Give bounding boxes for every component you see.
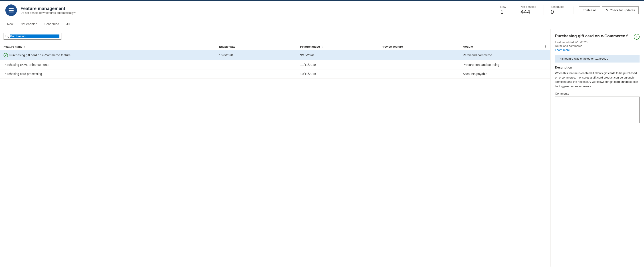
th-enable-date-label: Enable date [219, 45, 235, 48]
header: Feature management Do not enable new fea… [0, 1, 644, 19]
stat-scheduled-label: Scheduled [550, 5, 564, 8]
check-updates-label: Check for updates [610, 8, 635, 12]
feature-table: Feature name ↑ Enable date Feature added… [0, 43, 550, 78]
stat-not-enabled-label: Not enabled [520, 5, 536, 8]
cell-feature-name: Purchasing cXML enhancements [0, 60, 216, 70]
header-actions: Enable all ↻ Check for updates [573, 6, 639, 14]
cell-preview-feature [378, 70, 459, 78]
search-input[interactable] [10, 34, 60, 38]
th-feature-name[interactable]: Feature name ↑ [0, 43, 216, 50]
subtitle-dropdown[interactable]: Do not enable new features automatically… [20, 11, 493, 14]
stat-scheduled: Scheduled 0 [543, 5, 571, 15]
comments-textarea[interactable] [555, 96, 640, 123]
header-title-group: Feature management Do not enable new fea… [20, 6, 493, 14]
tab-bar: New Not enabled Scheduled All [0, 19, 644, 29]
cell-feature-name: ✓ Purchasing gift card on e-Commerce fea… [0, 50, 216, 60]
comments-label: Comments [555, 92, 640, 95]
table-row[interactable]: ✓ Purchasing gift card on e-Commerce fea… [0, 50, 550, 60]
detail-enabled-icon: ✓ [634, 34, 640, 40]
cell-enable-date: 10/8/2020 [216, 50, 297, 60]
sort-asc-icon: ↑ [24, 46, 25, 48]
th-feature-name-label: Feature name [4, 45, 22, 48]
svg-rect-2 [9, 12, 14, 12]
check-updates-button[interactable]: ↻ Check for updates [602, 6, 639, 14]
cell-preview-feature [378, 60, 459, 70]
subtitle-text: Do not enable new features automatically [20, 11, 74, 14]
page-title: Feature management [20, 6, 493, 11]
cell-more [540, 60, 550, 70]
svg-rect-1 [9, 10, 14, 10]
description-text: When this feature is enabled it allows g… [555, 71, 640, 88]
chevron-down-icon: ▾ [74, 11, 76, 14]
cell-module: Retail and commerce [459, 50, 540, 60]
cell-feature-added: 9/15/2020 [297, 50, 378, 60]
refresh-icon: ↻ [606, 8, 608, 12]
tab-all[interactable]: All [63, 19, 74, 29]
th-enable-date[interactable]: Enable date [216, 43, 297, 50]
stat-scheduled-value: 0 [550, 8, 554, 15]
stat-not-enabled: Not enabled 444 [513, 5, 543, 15]
left-panel: Feature name ↑ Enable date Feature added… [0, 29, 550, 266]
detail-banner: This feature was enabled on 10/8/2020 [555, 55, 640, 62]
stat-new: New 1 [493, 5, 513, 15]
more-options-icon: ⋮ [544, 45, 547, 48]
th-module-label: Module [463, 45, 473, 48]
learn-more-link[interactable]: Learn more [555, 48, 570, 52]
search-wrapper[interactable] [4, 33, 62, 40]
detail-header: Purchasing gift card on e-Commerce f... … [555, 34, 640, 40]
feature-name-text: Purchasing cXML enhancements [4, 63, 49, 66]
th-preview-feature-label: Preview feature [382, 45, 403, 48]
stat-new-label: New [500, 5, 506, 8]
feature-name-text: Purchasing card processing [4, 72, 42, 76]
table-row[interactable]: Purchasing card processing 10/11/2019 Ac… [0, 70, 550, 78]
stat-new-value: 1 [500, 8, 503, 15]
sort-desc-icon: ↓ [322, 46, 323, 48]
cell-module: Procurement and sourcing [459, 60, 540, 70]
cell-feature-added: 11/11/2019 [297, 60, 378, 70]
search-bar [0, 29, 550, 43]
cell-module: Accounts payable [459, 70, 540, 78]
th-more[interactable]: ⋮ [540, 43, 550, 50]
tab-scheduled[interactable]: Scheduled [41, 19, 63, 29]
table-row[interactable]: Purchasing cXML enhancements 11/11/2019 … [0, 60, 550, 70]
cell-feature-added: 10/11/2019 [297, 70, 378, 78]
cell-more [540, 70, 550, 78]
cell-feature-name: Purchasing card processing [0, 70, 216, 78]
description-title: Description [555, 66, 640, 69]
header-stats: New 1 Not enabled 444 Scheduled 0 [493, 5, 572, 15]
feature-name-text: Purchasing gift card on e-Commerce featu… [9, 54, 70, 57]
th-feature-added[interactable]: Feature added ↓ [297, 43, 378, 50]
app-logo [5, 4, 17, 16]
th-module[interactable]: Module [459, 43, 540, 50]
tab-new[interactable]: New [4, 19, 17, 29]
tab-not-enabled[interactable]: Not enabled [17, 19, 41, 29]
detail-module: Retail and commerce [555, 44, 640, 48]
search-icon [6, 35, 9, 38]
enable-all-button[interactable]: Enable all [579, 6, 600, 14]
svg-rect-0 [9, 8, 14, 9]
cell-more [540, 50, 550, 60]
cell-preview-feature [378, 50, 459, 60]
enabled-check-icon: ✓ [4, 53, 8, 58]
detail-feature-added: Feature added 9/15/2020 [555, 40, 640, 44]
right-panel: Purchasing gift card on e-Commerce f... … [550, 29, 644, 266]
cell-enable-date [216, 60, 297, 70]
table-header-row: Feature name ↑ Enable date Feature added… [0, 43, 550, 50]
stat-not-enabled-value: 444 [520, 8, 530, 15]
detail-title: Purchasing gift card on e-Commerce f... [555, 34, 632, 38]
th-preview-feature[interactable]: Preview feature [378, 43, 459, 50]
main-content: Feature name ↑ Enable date Feature added… [0, 29, 644, 266]
cell-enable-date [216, 70, 297, 78]
th-feature-added-label: Feature added [300, 45, 320, 48]
feature-table-container: Feature name ↑ Enable date Feature added… [0, 43, 550, 266]
